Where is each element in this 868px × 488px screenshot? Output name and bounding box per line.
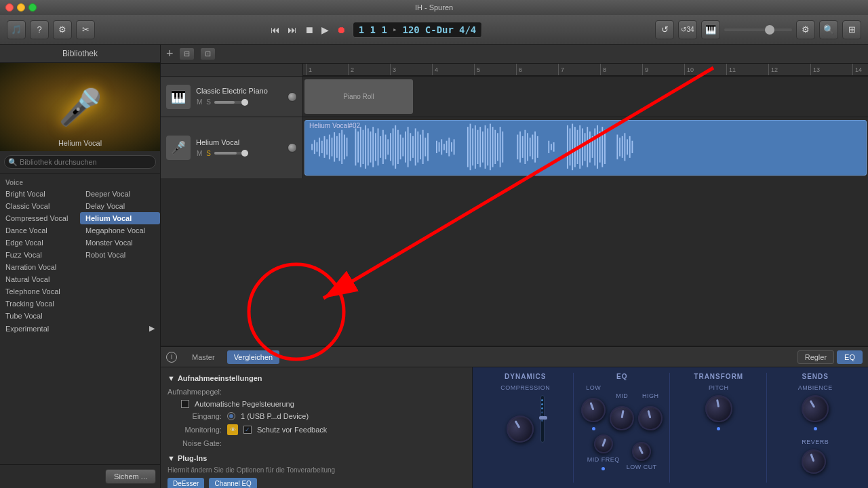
svg-rect-74 xyxy=(532,135,533,160)
track-view-btn2[interactable]: ⊡ xyxy=(200,47,216,60)
sidebar-item-compressed-vocal[interactable]: Compressed Vocal xyxy=(0,212,80,224)
reverb-knob[interactable] xyxy=(798,446,829,477)
compression-knob[interactable] xyxy=(501,411,538,448)
track-mute-1[interactable]: M xyxy=(196,98,203,106)
info-tab-icon[interactable]: i xyxy=(166,352,177,363)
master-volume-slider[interactable] xyxy=(724,28,792,31)
search-btn[interactable]: 🔍 xyxy=(819,20,838,39)
monitoring-checkbox[interactable]: ✓ xyxy=(243,426,252,434)
svg-rect-41 xyxy=(420,135,421,160)
metronome-btn[interactable]: 🎹 xyxy=(701,20,720,39)
sidebar-item-fuzz-vocal[interactable]: Fuzz Vocal xyxy=(0,249,80,261)
regler-tab-btn[interactable]: Regler xyxy=(797,350,834,364)
track-mute-2[interactable]: M xyxy=(196,149,203,158)
sidebar-item-narration-vocal[interactable]: Narration Vocal xyxy=(0,261,80,273)
track-btns-1: M S xyxy=(196,98,282,106)
svg-rect-34 xyxy=(402,138,403,156)
sidebar-item-helium-vocal[interactable]: Helium Vocal xyxy=(80,212,160,224)
triangle-icon: ▼ xyxy=(167,374,175,382)
compare-tab[interactable]: Vergleichen xyxy=(227,350,280,364)
rewind-button[interactable]: ⏮ xyxy=(268,22,283,38)
monitoring-checkbox-label: Schutz vor Feedback xyxy=(257,426,327,434)
toolbar-btn-2[interactable]: ? xyxy=(30,20,49,39)
svg-rect-70 xyxy=(522,136,524,158)
close-button[interactable] xyxy=(5,3,14,12)
search-icon: 🔍 xyxy=(8,158,18,167)
sidebar-item-delay-vocal[interactable]: Delay Vocal xyxy=(80,200,160,212)
toolbar-btn-1[interactable]: 🎵 xyxy=(7,20,26,39)
mid-freq-knob[interactable] xyxy=(591,432,616,456)
high-knob[interactable] xyxy=(635,403,665,433)
channel-eq-plugin-btn[interactable]: Channel EQ xyxy=(209,478,256,488)
play-button[interactable]: ▶ xyxy=(319,22,332,38)
track-volume-1[interactable] xyxy=(214,101,248,104)
sidebar-item-megaphone-vocal[interactable]: Megaphone Vocal xyxy=(80,224,160,237)
mid-freq-label: MID FREQ xyxy=(587,456,620,463)
sidebar-two-col: Bright Vocal Classic Vocal Compressed Vo… xyxy=(0,188,160,322)
sidebar-item-experimental[interactable]: Experimental ▶ xyxy=(0,322,160,335)
svg-rect-97 xyxy=(619,138,620,156)
dynamics-fader-track[interactable] xyxy=(540,395,545,443)
counter-btn[interactable]: ↺34 xyxy=(678,20,697,39)
track-solo-2[interactable]: S xyxy=(205,149,212,158)
sidebar-item-classic-vocal[interactable]: Classic Vocal xyxy=(0,200,80,212)
eingang-radio[interactable] xyxy=(227,412,235,420)
svg-rect-76 xyxy=(537,136,538,158)
auto-checkbox[interactable] xyxy=(181,400,189,408)
sidebar-item-telephone-vocal[interactable]: Telephone Vocal xyxy=(0,285,80,298)
svg-rect-27 xyxy=(385,135,387,160)
sidebar-item-robot-vocal[interactable]: Robot Vocal xyxy=(80,249,160,261)
svg-rect-26 xyxy=(382,130,384,164)
fastforward-button[interactable]: ⏭ xyxy=(285,22,300,38)
sidebar-item-tube-vocal[interactable]: Tube Vocal xyxy=(0,310,80,322)
low-cut-knob[interactable] xyxy=(629,439,654,464)
loop-btn[interactable]: ↺ xyxy=(655,20,674,39)
track-content-2[interactable]: Helium Vocal#02 xyxy=(303,117,868,178)
master-tab[interactable]: Master xyxy=(185,350,222,364)
svg-rect-101 xyxy=(629,136,631,158)
eq-tab-btn[interactable]: EQ xyxy=(837,350,863,364)
track-pan-1[interactable] xyxy=(288,92,297,102)
pitch-knob[interactable] xyxy=(703,393,734,424)
deesser-plugin-btn[interactable]: DeEsser xyxy=(167,478,204,488)
svg-rect-40 xyxy=(417,131,418,163)
stop-button[interactable]: ⏹ xyxy=(302,22,317,38)
track-pan-2[interactable] xyxy=(288,143,297,152)
low-knob[interactable] xyxy=(578,394,609,426)
svg-rect-87 xyxy=(585,133,586,161)
maximize-button[interactable] xyxy=(28,3,37,12)
grid-btn[interactable]: ⊞ xyxy=(842,20,861,39)
track-volume-2[interactable] xyxy=(214,152,248,155)
track-solo-1[interactable]: S xyxy=(205,98,212,106)
sidebar-item-monster-vocal[interactable]: Monster Vocal xyxy=(80,237,160,249)
svg-rect-8 xyxy=(332,138,333,156)
add-track-button[interactable]: + xyxy=(166,47,174,61)
track-content-1[interactable]: Piano Roll xyxy=(303,77,868,117)
settings-btn-right[interactable]: ⚙ xyxy=(796,20,815,39)
sidebar-search-input[interactable] xyxy=(4,155,156,169)
key-value: C-Dur xyxy=(425,24,454,35)
toolbar-btn-3[interactable]: ⚙ xyxy=(53,20,72,39)
ambience-knob[interactable] xyxy=(797,390,834,428)
mid-knob[interactable] xyxy=(608,404,636,432)
sidebar-item-natural-vocal[interactable]: Natural Vocal xyxy=(0,273,80,285)
pitch-knob-wrap xyxy=(705,395,732,430)
sidebar-item-dance-vocal[interactable]: Dance Vocal xyxy=(0,224,80,237)
settings-panel: ▼ Aufnahmeeinstellungen Aufnahmepegel: A… xyxy=(161,367,473,488)
sidebar-item-tracking-vocal[interactable]: Tracking Vocal xyxy=(0,298,80,310)
svg-rect-84 xyxy=(577,130,578,164)
save-button[interactable]: Sichem ... xyxy=(105,469,156,484)
toolbar-btn-4[interactable]: ✂ xyxy=(76,20,95,39)
sidebar-header: Bibliothek xyxy=(0,45,160,63)
sidebar-item-deeper-vocal[interactable]: Deeper Vocal xyxy=(80,188,160,200)
track-view-btn1[interactable]: ⊟ xyxy=(179,47,195,60)
record-button[interactable]: ⏺ xyxy=(334,22,349,38)
minimize-button[interactable] xyxy=(17,3,25,12)
sidebar-item-edge-vocal[interactable]: Edge Vocal xyxy=(0,237,80,249)
monitoring-icon[interactable]: 👁 xyxy=(227,424,238,435)
track-btns-2: M S xyxy=(196,149,282,158)
sidebar-item-bright-vocal[interactable]: Bright Vocal xyxy=(0,188,80,200)
sidebar: Bibliothek 🎤 Helium Vocal 🔍 Voice Bright… xyxy=(0,45,161,488)
track-row-2: 🎤 Helium Vocal M S xyxy=(161,117,868,178)
svg-rect-1 xyxy=(314,140,315,155)
